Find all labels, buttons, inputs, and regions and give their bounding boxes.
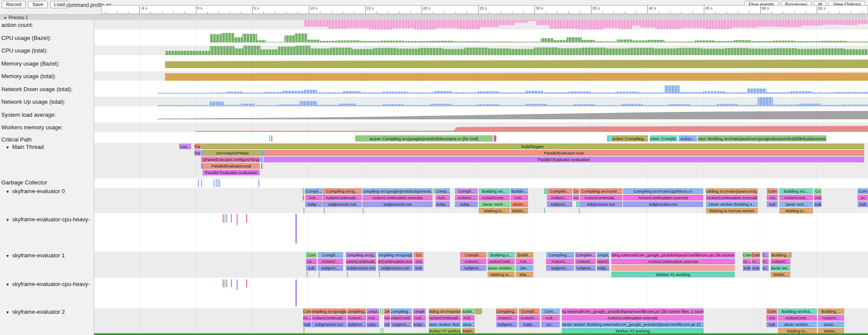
trace-bar[interactable] [607, 135, 611, 141]
trace-bar[interactable]: Acti... [462, 315, 475, 321]
timeline-ruler[interactable]: -5 s0 s5 s10 s15 s20 s25 s30 s35 s40 s45… [101, 5, 868, 14]
trace-bar[interactable]: ActionC... [597, 259, 609, 264]
trace-bar[interactable]: sub [743, 265, 751, 271]
trace-bar[interactable]: action... [679, 135, 697, 141]
trace-bar[interactable]: subproc... [391, 322, 412, 327]
trace-bar[interactable]: ActionConti... [391, 315, 412, 321]
trace-bar[interactable]: Com [303, 309, 311, 314]
trace-bar[interactable]: su... [762, 265, 769, 271]
trace-bar[interactable]: Co [814, 188, 822, 194]
trace-bar[interactable]: Compilin... [547, 188, 572, 194]
event-tick[interactable] [246, 214, 247, 223]
trace-bar[interactable]: Building... [771, 252, 790, 258]
trace-bar[interactable] [544, 188, 547, 194]
event-tick[interactable] [218, 179, 218, 187]
trace-bar[interactable]: Compili... [460, 252, 486, 258]
event-tick[interactable] [297, 214, 297, 243]
trace-bar[interactable]: Compil... [597, 252, 609, 258]
trace-bar[interactable]: Worker #7 working [429, 328, 461, 334]
action-count-chart[interactable] [94, 20, 868, 30]
trace-bar[interactable]: Building ... [818, 309, 844, 314]
trace-bar[interactable]: runAnalysisPhase [203, 150, 262, 156]
trace-bar[interactable]: subprocess.run [312, 322, 347, 327]
trace-bar[interactable]: ActionConti... [488, 259, 515, 264]
trace-bar[interactable]: Waiting to borrow worker [706, 208, 758, 213]
trace-bar[interactable]: Acti... [367, 315, 379, 321]
trace-bar[interactable]: Compiling src/google... [312, 309, 347, 314]
trace-bar[interactable] [303, 188, 304, 194]
trace-bar[interactable]: Building src/ma... [778, 309, 817, 314]
trace-bar[interactable]: Compilin... [575, 252, 596, 258]
trace-bar[interactable]: subprocess.run [623, 201, 703, 207]
trace-bar[interactable]: Act [384, 315, 390, 321]
trace-bar[interactable] [324, 208, 325, 213]
trace-bar[interactable]: Lau... [179, 144, 191, 149]
trace-bar[interactable]: Ac... [306, 259, 317, 264]
trace-bar[interactable]: ActionC... [771, 259, 790, 264]
trace-bar[interactable]: Javac work... [479, 201, 510, 207]
trace-bar[interactable]: Compiling src/g... [346, 252, 376, 258]
network-down-usage-chart[interactable] [94, 84, 868, 94]
trace-bar[interactable] [307, 272, 307, 277]
trace-bar[interactable]: subp... [519, 322, 540, 327]
trace-bar[interactable]: ActionContinuati... [312, 315, 347, 321]
trace-bar[interactable]: subproc... [460, 265, 486, 271]
trace-bar[interactable]: ParallelEvaluator.eval [264, 150, 864, 156]
trace-bar[interactable]: subproc... [546, 265, 574, 271]
trace-bar[interactable] [380, 309, 381, 314]
trace-bar[interactable]: ActionContinuati... [346, 259, 376, 264]
trace-bar[interactable]: ActionContinuation.execute [611, 259, 735, 264]
trace-bar[interactable]: sub [752, 265, 760, 271]
trace-bar[interactable]: sub [767, 201, 778, 207]
event-tick[interactable] [246, 279, 247, 287]
trace-bar[interactable]: Javac worker Building s... [706, 201, 758, 207]
trace-bar[interactable]: sub [384, 322, 390, 327]
event-tick[interactable] [226, 214, 227, 223]
trace-bar[interactable]: Javac worker... [488, 265, 515, 271]
trace-bar[interactable]: Compiling src/main/cpp/blaze.cc [623, 188, 703, 194]
trace-bar[interactable]: ActionContinuation.execute [363, 195, 432, 200]
trace-bar[interactable]: action 'Compiling... [611, 135, 648, 141]
trace-bar[interactable]: Com [766, 309, 777, 314]
trace-bar[interactable]: Building external/com_google_protobuf/ja… [611, 252, 735, 258]
section-label-skyframe-evaluator-0[interactable]: ▼skyframe-evaluator 0 [6, 188, 65, 194]
trace-bar[interactable]: Act [814, 195, 822, 200]
trace-bar[interactable]: subp... [455, 201, 478, 207]
trace-bar[interactable] [579, 208, 580, 213]
section-label-skyframe-evaluator-cpu-heavy[interactable]: ▼skyframe-evaluator-cpu-heavy- [6, 281, 90, 287]
trace-bar[interactable]: Act [573, 195, 579, 200]
trace-bar[interactable]: Javac wo... [771, 265, 790, 271]
trace-bar[interactable]: Waitin... [818, 328, 844, 334]
trace-bar[interactable]: Com [752, 252, 760, 258]
trace-bar[interactable]: ActionConti... [778, 315, 817, 321]
trace-bar[interactable]: subproc... [347, 322, 366, 327]
trace-bar[interactable]: Co [573, 188, 579, 194]
trace-bar[interactable] [433, 188, 435, 194]
trace-bar[interactable]: Jav... [516, 265, 533, 271]
trace-bar[interactable] [544, 208, 545, 213]
trace-bar[interactable]: sub [303, 322, 311, 327]
trace-bar[interactable]: Compil... [305, 188, 322, 194]
trace-bar[interactable]: Acti... [541, 315, 560, 321]
trace-bar[interactable] [382, 309, 383, 314]
trace-bar[interactable]: ActionContinuati... [429, 315, 461, 321]
memory-usage-total-chart[interactable] [94, 71, 868, 81]
event-tick[interactable] [224, 279, 225, 287]
trace-bar[interactable]: ActionC... [460, 259, 486, 264]
trace-bar[interactable]: ActionContinuation.execute [562, 315, 703, 321]
trace-bar[interactable]: ActionContinuation.execute [623, 195, 703, 200]
event-tick[interactable] [223, 279, 224, 287]
event-tick[interactable] [201, 179, 202, 187]
trace-bar[interactable]: Compiling src/g... [323, 188, 362, 194]
trace-bar[interactable]: C... [762, 252, 769, 258]
trace-bar[interactable]: Com [858, 188, 868, 194]
trace-bar[interactable] [494, 135, 496, 141]
event-tick[interactable] [237, 214, 238, 225]
trace-bar[interactable]: ActionC... [546, 259, 574, 264]
trace-bar[interactable]: ActionContinuation.execute [706, 195, 758, 200]
trace-bar[interactable]: Javac worker Buil... [429, 322, 461, 327]
event-tick[interactable] [223, 214, 224, 223]
memory-usage-bazel-chart[interactable] [94, 59, 868, 68]
cpu-usage-total-chart[interactable] [94, 46, 868, 55]
trace-bar[interactable] [269, 135, 270, 141]
